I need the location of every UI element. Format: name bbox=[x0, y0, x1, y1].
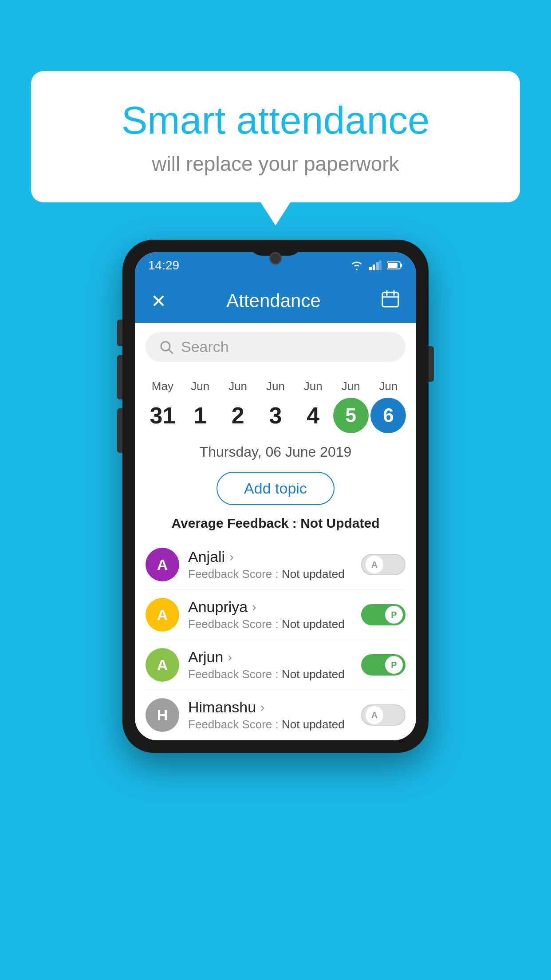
calendar-day-0[interactable]: May31 bbox=[145, 379, 180, 433]
student-score-1: Feedback Score : Not updated bbox=[188, 617, 352, 631]
calendar-day-3[interactable]: Jun3 bbox=[258, 379, 293, 433]
student-list: AAnjali ›Feedback Score : Not updatedAAA… bbox=[135, 540, 416, 740]
avg-feedback: Average Feedback : Not Updated bbox=[135, 514, 416, 540]
cal-month-0: May bbox=[152, 379, 173, 393]
status-time: 14:29 bbox=[148, 258, 179, 273]
student-item-2[interactable]: AArjun ›Feedback Score : Not updatedP bbox=[146, 640, 405, 690]
student-item-0[interactable]: AAnjali ›Feedback Score : Not updatedA bbox=[146, 540, 405, 590]
svg-rect-1 bbox=[373, 265, 375, 270]
student-score-3: Feedback Score : Not updated bbox=[188, 718, 352, 731]
speech-bubble: Smart attendance will replace your paper… bbox=[31, 71, 520, 202]
svg-rect-7 bbox=[382, 292, 398, 307]
chevron-icon-1: › bbox=[252, 600, 256, 614]
attendance-toggle-2[interactable]: P bbox=[361, 654, 405, 676]
add-topic-container: Add topic bbox=[135, 467, 416, 514]
app-bar: ✕ Attendance bbox=[135, 279, 416, 323]
svg-rect-6 bbox=[388, 263, 398, 268]
cal-month-3: Jun bbox=[266, 379, 285, 393]
score-value-0: Not updated bbox=[282, 567, 345, 581]
toggle-knob-3: A bbox=[366, 706, 383, 724]
volume-up-button bbox=[117, 355, 122, 399]
app-bar-title: Attendance bbox=[226, 290, 321, 312]
calendar-day-2[interactable]: Jun2 bbox=[220, 379, 256, 433]
svg-rect-5 bbox=[400, 264, 402, 267]
student-avatar-1: A bbox=[146, 598, 179, 632]
svg-rect-3 bbox=[379, 261, 382, 270]
cal-date-6: 6 bbox=[370, 398, 406, 433]
student-item-1[interactable]: AAnupriya ›Feedback Score : Not updatedP bbox=[146, 590, 405, 640]
calendar-strip: May31Jun1Jun2Jun3Jun4Jun5Jun6 bbox=[135, 371, 416, 433]
search-icon bbox=[159, 340, 174, 355]
chevron-icon-2: › bbox=[228, 650, 232, 664]
phone-container: 14:29 bbox=[122, 240, 429, 753]
student-info-1: Anupriya ›Feedback Score : Not updated bbox=[188, 598, 352, 631]
student-avatar-3: H bbox=[146, 698, 179, 732]
signal-icon bbox=[369, 261, 382, 270]
attendance-toggle-3[interactable]: A bbox=[361, 704, 405, 726]
camera-notch bbox=[269, 252, 282, 265]
cal-date-2: 2 bbox=[220, 398, 256, 433]
svg-rect-0 bbox=[369, 267, 372, 270]
cal-date-5: 5 bbox=[333, 398, 369, 433]
volume-down-button bbox=[117, 408, 122, 453]
cal-month-1: Jun bbox=[191, 379, 209, 393]
score-value-2: Not updated bbox=[282, 668, 345, 681]
student-name-0: Anjali › bbox=[188, 548, 352, 565]
student-info-3: Himanshu ›Feedback Score : Not updated bbox=[188, 699, 352, 731]
chevron-icon-3: › bbox=[260, 700, 264, 715]
student-name-1: Anupriya › bbox=[188, 598, 352, 616]
phone-screen: 14:29 bbox=[135, 252, 416, 740]
svg-rect-2 bbox=[376, 262, 379, 270]
student-avatar-0: A bbox=[146, 548, 179, 581]
student-score-0: Feedback Score : Not updated bbox=[188, 567, 352, 581]
calendar-day-6[interactable]: Jun6 bbox=[370, 379, 406, 433]
toggle-knob-1: P bbox=[385, 606, 403, 624]
cal-date-1: 1 bbox=[182, 398, 218, 433]
search-placeholder: Search bbox=[181, 338, 229, 356]
student-score-2: Feedback Score : Not updated bbox=[188, 668, 352, 681]
calendar-button[interactable] bbox=[381, 289, 400, 313]
student-item-3[interactable]: HHimanshu ›Feedback Score : Not updatedA bbox=[146, 690, 405, 740]
power-button bbox=[429, 346, 434, 382]
battery-icon bbox=[387, 261, 403, 270]
svg-line-12 bbox=[169, 350, 173, 353]
cal-date-4: 4 bbox=[295, 398, 331, 433]
phone-frame: 14:29 bbox=[122, 240, 429, 753]
wifi-icon bbox=[350, 261, 364, 270]
student-name-3: Himanshu › bbox=[188, 699, 352, 716]
cal-date-0: 31 bbox=[145, 398, 180, 433]
calendar-day-4[interactable]: Jun4 bbox=[295, 379, 331, 433]
score-value-3: Not updated bbox=[282, 718, 345, 731]
cal-date-3: 3 bbox=[258, 398, 293, 433]
speech-bubble-title: Smart attendance bbox=[67, 98, 484, 143]
cal-month-5: Jun bbox=[342, 379, 360, 393]
status-icons bbox=[350, 261, 403, 270]
silent-button bbox=[117, 320, 122, 346]
toggle-knob-0: A bbox=[366, 556, 383, 573]
speech-bubble-container: Smart attendance will replace your paper… bbox=[31, 71, 520, 202]
student-info-2: Arjun ›Feedback Score : Not updated bbox=[188, 648, 352, 681]
search-bar[interactable]: Search bbox=[146, 332, 405, 362]
score-value-1: Not updated bbox=[282, 617, 345, 631]
cal-month-4: Jun bbox=[304, 379, 323, 393]
student-avatar-2: A bbox=[146, 648, 179, 682]
chevron-icon-0: › bbox=[229, 550, 233, 564]
selected-date-label: Thursday, 06 June 2019 bbox=[135, 433, 416, 467]
student-info-0: Anjali ›Feedback Score : Not updated bbox=[188, 548, 352, 581]
avg-feedback-label: Average Feedback : bbox=[171, 516, 296, 530]
toggle-knob-2: P bbox=[385, 656, 403, 674]
attendance-toggle-0[interactable]: A bbox=[361, 554, 405, 575]
cal-month-2: Jun bbox=[228, 379, 247, 393]
calendar-day-1[interactable]: Jun1 bbox=[182, 379, 218, 433]
cal-month-6: Jun bbox=[379, 379, 398, 393]
student-name-2: Arjun › bbox=[188, 648, 352, 666]
close-button[interactable]: ✕ bbox=[151, 290, 166, 312]
calendar-day-5[interactable]: Jun5 bbox=[333, 379, 369, 433]
avg-feedback-value: Not Updated bbox=[300, 516, 379, 530]
attendance-toggle-1[interactable]: P bbox=[361, 604, 405, 625]
add-topic-button[interactable]: Add topic bbox=[216, 472, 335, 505]
speech-bubble-subtitle: will replace your paperwork bbox=[67, 152, 484, 176]
